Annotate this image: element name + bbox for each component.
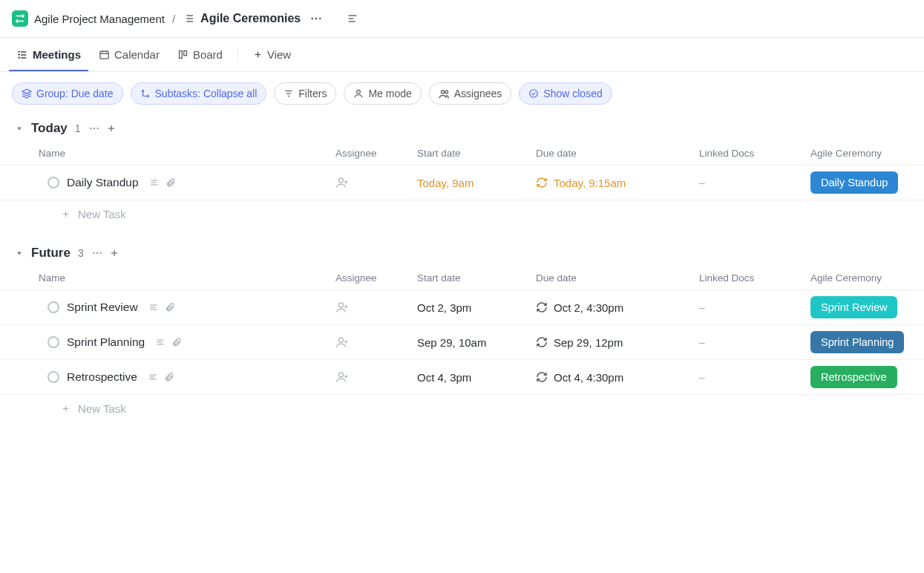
svg-point-6 (312, 18, 314, 20)
start-date[interactable]: Sep 29, 10am (417, 336, 536, 349)
due-date-cell[interactable]: Today, 9:15am (536, 177, 699, 189)
linked-docs[interactable]: – (699, 336, 810, 348)
status-circle[interactable] (47, 371, 59, 383)
assignee-cell[interactable] (335, 301, 417, 314)
new-task-button[interactable]: New Task (0, 395, 924, 422)
attachment-icon[interactable] (166, 177, 176, 188)
view-tabs: Meetings Calendar Board View (0, 38, 924, 72)
assignee-cell[interactable] (335, 176, 417, 189)
subtasks-pill-label: Subtasks: Collapse all (155, 88, 258, 99)
new-task-button[interactable]: New Task (0, 200, 924, 228)
linked-docs[interactable]: – (699, 301, 810, 313)
collapse-icon[interactable] (15, 124, 24, 133)
recurring-icon (536, 301, 548, 313)
page-title[interactable]: Agile Ceremonies (200, 12, 301, 25)
svg-point-30 (441, 90, 444, 93)
task-name: Daily Standup (67, 176, 139, 189)
project-name[interactable]: Agile Project Management (34, 13, 165, 25)
description-icon[interactable] (148, 302, 159, 312)
attachment-icon[interactable] (164, 372, 174, 382)
svg-point-49 (96, 252, 98, 254)
group-add-icon[interactable] (106, 123, 117, 134)
group-title: Future (31, 246, 71, 261)
due-date-cell[interactable]: Sep 29, 12pm (536, 336, 699, 349)
filters-pill[interactable]: Filters (274, 82, 336, 105)
ceremony-tag[interactable]: Retrospective (810, 366, 897, 388)
ceremony-tag[interactable]: Daily Standup (810, 171, 898, 194)
due-date-cell[interactable]: Oct 4, 4:30pm (536, 371, 699, 384)
status-circle[interactable] (47, 177, 59, 189)
subtasks-pill[interactable]: Subtasks: Collapse all (131, 82, 267, 105)
start-date[interactable]: Today, 9am (417, 177, 536, 189)
recurring-icon (536, 336, 548, 348)
me-mode-pill[interactable]: Me mode (344, 82, 421, 105)
linked-docs[interactable]: – (699, 177, 810, 189)
due-date-cell[interactable]: Oct 2, 4:30pm (536, 301, 699, 314)
assignees-pill[interactable]: Assignees (429, 82, 512, 105)
col-assignee: Assignee (335, 148, 417, 159)
group-title: Today (31, 121, 68, 136)
description-icon[interactable] (155, 337, 166, 347)
project-icon (12, 10, 28, 27)
svg-point-8 (319, 18, 321, 20)
tab-meetings[interactable]: Meetings (9, 38, 88, 71)
assignee-cell[interactable] (335, 370, 417, 384)
tab-board[interactable]: Board (170, 38, 230, 71)
group-pill[interactable]: Group: Due date (12, 82, 123, 105)
start-date[interactable]: Oct 4, 3pm (417, 371, 536, 384)
group-count: 3 (78, 247, 84, 259)
task-row[interactable]: Daily Standup Today, 9am Today, 9:15am –… (0, 165, 924, 200)
recurring-icon (536, 371, 548, 383)
task-name: Sprint Planning (67, 335, 145, 349)
linked-docs[interactable]: – (699, 371, 810, 383)
tab-meetings-label: Meetings (33, 48, 81, 61)
attachment-icon[interactable] (165, 302, 175, 312)
group-add-icon[interactable] (109, 248, 119, 258)
svg-marker-23 (22, 89, 31, 94)
group-more-icon[interactable] (88, 122, 100, 134)
show-closed-label: Show closed (543, 88, 602, 99)
task-group: Today 1 Name Assignee Start date Due dat… (0, 115, 924, 228)
attachment-icon[interactable] (171, 337, 182, 347)
column-headers: Name Assignee Start date Due date Linked… (0, 268, 924, 289)
new-task-label: New Task (78, 208, 126, 220)
ceremony-tag[interactable]: Sprint Planning (810, 331, 904, 353)
svg-point-7 (315, 18, 318, 20)
add-view-button[interactable]: View (246, 38, 298, 71)
ceremony-tag[interactable]: Sprint Review (810, 296, 897, 318)
svg-point-50 (99, 252, 101, 254)
description-icon[interactable] (148, 372, 158, 382)
due-date: Today, 9:15am (554, 177, 626, 189)
svg-rect-15 (100, 51, 108, 59)
svg-point-29 (357, 90, 361, 94)
due-date: Sep 29, 12pm (554, 336, 623, 349)
svg-point-42 (339, 178, 344, 183)
task-row[interactable]: Sprint Review Oct 2, 3pm Oct 2, 4:30pm –… (0, 289, 924, 324)
more-options-button[interactable] (307, 9, 326, 28)
collapse-icon[interactable] (15, 249, 24, 258)
col-start: Start date (417, 148, 536, 159)
task-row[interactable]: Sprint Planning Sep 29, 10am Sep 29, 12p… (0, 324, 924, 359)
show-closed-pill[interactable]: Show closed (519, 82, 612, 105)
svg-point-34 (90, 128, 91, 129)
svg-point-31 (445, 91, 448, 94)
col-assignee: Assignee (335, 272, 417, 284)
col-ceremony: Agile Ceremony (810, 272, 922, 284)
col-name: Name (39, 148, 335, 159)
status-circle[interactable] (47, 336, 59, 348)
start-date[interactable]: Oct 2, 3pm (417, 301, 536, 314)
status-circle[interactable] (47, 301, 59, 313)
group-count: 1 (75, 122, 81, 134)
filters-bar: Group: Due date Subtasks: Collapse all F… (0, 72, 924, 115)
col-ceremony: Agile Ceremony (810, 148, 922, 159)
svg-point-24 (142, 90, 143, 91)
group-more-icon[interactable] (91, 247, 103, 259)
task-row[interactable]: Retrospective Oct 4, 3pm Oct 4, 4:30pm –… (0, 359, 924, 395)
outline-icon[interactable] (344, 10, 361, 27)
svg-point-56 (339, 303, 344, 307)
tab-calendar-label: Calendar (114, 48, 160, 61)
assignee-cell[interactable] (335, 335, 417, 349)
tab-calendar[interactable]: Calendar (91, 38, 167, 71)
svg-point-32 (530, 90, 538, 98)
description-icon[interactable] (149, 177, 160, 188)
